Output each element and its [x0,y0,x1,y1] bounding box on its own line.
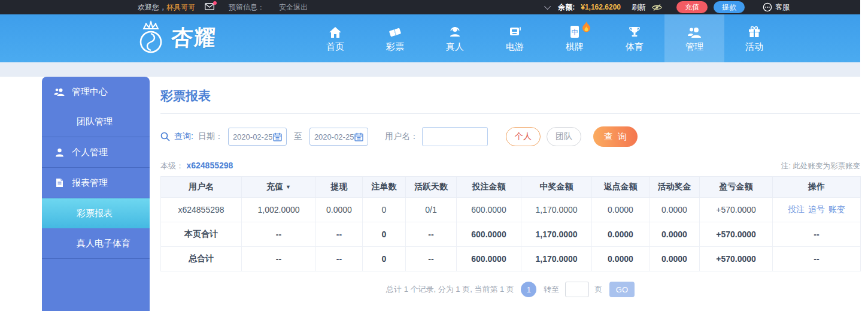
nav-item-sports[interactable]: 体育 [605,14,664,62]
chevron-down-icon[interactable] [544,3,551,10]
col-withdraw: 提现 [316,177,363,198]
sidebar-label: 彩票报表 [77,208,113,219]
topbar-right: 余额: ¥1,162.6200 刷新 充值 提款 客服 [546,1,790,13]
bet-link[interactable]: 投注 [788,204,805,214]
account-change-link[interactable]: 账变 [828,204,845,214]
withdraw-button[interactable]: 提款 [714,1,745,13]
nav-item-home[interactable]: 首页 [305,14,365,62]
cell-rebate: 0.0000 [592,247,650,271]
brand-logo[interactable]: 杏耀 [135,20,217,55]
ticket-icon [388,24,402,38]
sidebar-label: 报表管理 [72,177,108,189]
eye-off-icon[interactable] [652,4,662,11]
nav-item-egame[interactable]: 电游 [485,14,545,62]
people-icon [54,87,65,96]
recharge-button[interactable]: 充值 [676,1,708,13]
hot-icon [582,22,591,34]
cell-bet-count: 0 [363,198,406,222]
cell-withdraw: 0.0000 [316,198,363,222]
document-icon [54,178,65,188]
col-recharge-sort[interactable]: 充值 ▼ [242,177,316,198]
level-label: 本级： [160,161,184,170]
main-nav: 杏耀 首页 彩票 真人 电游 中 棋牌 [0,14,860,62]
table-header-row: 用户名 充值 ▼ 提现 注单数 活跃天数 投注金额 中奖金额 返点金额 活动奖金… [161,177,861,198]
cell-actions: 投注追号账变 [773,198,861,222]
nav-label: 棋牌 [566,41,584,53]
nav-menu: 首页 彩票 真人 电游 中 棋牌 体育 [305,14,784,62]
date-to-input[interactable] [314,132,354,141]
cell-activity-bonus: 0.0000 [650,222,700,247]
gift-icon [748,24,761,38]
customer-service-button[interactable]: 客服 [763,2,790,13]
username-text: 杯具哥哥 [166,2,195,13]
envelope-icon[interactable] [205,3,214,12]
date-to-field[interactable] [309,128,368,146]
pagination-summary: 总计 1 个记录, 分为 1 页, 当前第 1 页 [386,285,514,294]
sidebar-item-report-manage[interactable]: 报表管理 [42,168,150,198]
welcome-text: 欢迎您， [138,2,166,13]
date-to-label: 至 [294,131,302,142]
level-value[interactable]: x624855298 [186,161,233,170]
sidebar-item-lottery-report[interactable]: 彩票报表 [42,198,150,228]
date-from-input[interactable] [233,132,272,141]
page: 欢迎您，杯具哥哥 预留信息： 安全退出 余额: ¥1,162.6200 刷新 充… [0,0,868,311]
personal-filter-button[interactable]: 个人 [506,127,541,146]
table-row-grand-total: 总合计 -- -- 0 -- 600.0000 1,170.0000 0.000… [161,247,861,271]
nav-item-board[interactable]: 中 棋牌 [545,14,605,62]
sidebar-label: 管理中心 [72,86,108,98]
nav-label: 彩票 [386,41,404,53]
cell-profit: +570.0000 [700,222,773,247]
goto-label: 转至 [544,285,559,294]
nav-item-activity[interactable]: 活动 [724,14,784,62]
sort-desc-icon: ▼ [286,184,291,190]
calendar-icon [273,132,282,141]
cell-win-amount: 1,170.0000 [521,222,592,247]
col-username: 用户名 [161,177,242,198]
home-icon [329,24,342,38]
pagination: 总计 1 个记录, 分为 1 页, 当前第 1 页 1 转至 页 GO [160,282,860,297]
sidebar-item-personal-manage[interactable]: 个人管理 [42,137,150,167]
nav-label: 首页 [326,41,344,53]
sidebar-item-live-esports[interactable]: 真人电子体育 [42,228,150,258]
cell-activity-bonus: 0.0000 [650,247,700,271]
sidebar: 管理中心 团队管理 个人管理 报表管理 彩票报表 真人电子体育 [42,77,150,311]
search-button[interactable]: 查询 [593,126,638,147]
level-row: 本级： x624855298 注: 此处账变为彩票账变 [160,160,860,171]
chase-link[interactable]: 追号 [808,204,825,214]
username-input[interactable] [422,127,488,146]
sidebar-divider [42,258,150,259]
cell-recharge: 1,002.0000 [242,198,316,222]
nav-item-live[interactable]: 真人 [425,14,485,62]
account-change-note: 注: 此处账变为彩票账变 [781,161,860,171]
search-toolbar: 查询: 日期： 至 用户名： 个人 团队 查询 [160,126,860,147]
nav-item-lottery[interactable]: 彩票 [365,14,425,62]
sidebar-item-manage-center[interactable]: 管理中心 [42,77,150,107]
goto-page-input[interactable] [565,282,589,297]
sidebar-label: 个人管理 [72,147,108,158]
notification-dot [213,1,217,5]
col-recharge-label: 充值 [266,182,283,191]
cell-profit: +570.0000 [700,198,773,222]
nav-item-manage[interactable]: 管理 [664,14,724,62]
cell-win-amount: 1,170.0000 [521,247,592,271]
go-button[interactable]: GO [609,282,635,297]
date-from-field[interactable] [228,128,287,146]
date-label: 日期： [198,131,223,142]
cell-rebate: 0.0000 [592,198,650,222]
nav-label: 真人 [446,41,464,53]
trophy-icon [628,24,641,38]
reserved-info-label: 预留信息： [229,2,265,13]
cell-rebate: 0.0000 [592,222,650,247]
logout-link[interactable]: 安全退出 [279,2,308,13]
sidebar-item-team-manage[interactable]: 团队管理 [42,107,150,137]
service-icon [763,2,772,12]
nav-label: 电游 [506,41,524,53]
current-page-button[interactable]: 1 [521,282,536,297]
people-icon [687,24,702,38]
refresh-button[interactable]: 刷新 [632,2,646,13]
cell-recharge: -- [242,247,316,271]
dealer-icon [448,24,462,38]
topbar-left: 欢迎您，杯具哥哥 预留信息： 安全退出 [138,2,308,13]
calendar-icon [354,132,363,141]
team-filter-button[interactable]: 团队 [547,127,581,146]
